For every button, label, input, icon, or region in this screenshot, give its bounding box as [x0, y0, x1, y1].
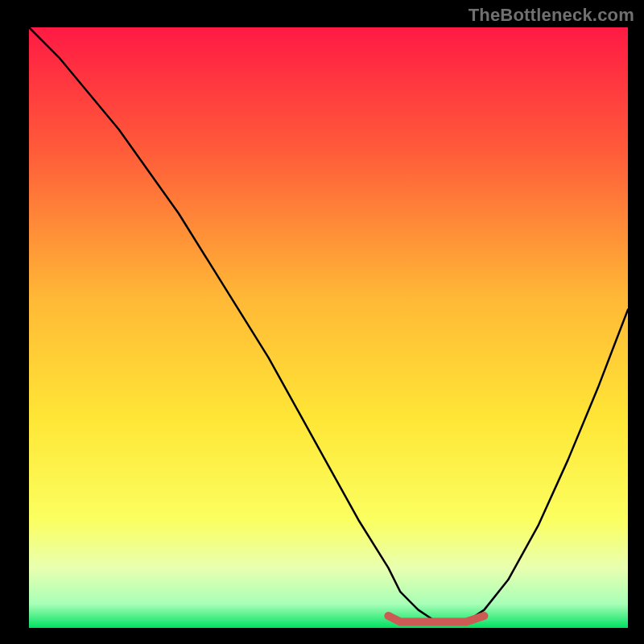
plot-background — [29, 27, 628, 628]
frame-left — [0, 0, 29, 644]
frame-bottom — [0, 628, 644, 644]
frame-right — [628, 0, 644, 644]
chart-container: TheBottleneck.com — [0, 0, 644, 644]
frame-top — [0, 0, 644, 27]
bottleneck-chart — [0, 0, 644, 644]
